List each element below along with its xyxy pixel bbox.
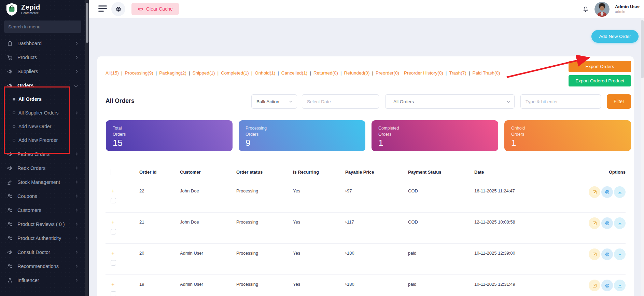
page-scrollbar-thumb[interactable] [641,20,644,78]
printer-icon [605,252,610,257]
order-id-link[interactable]: 22 [139,181,180,193]
sidebar-item-coupons[interactable]: Coupons [0,189,85,203]
print-order-button[interactable] [601,186,613,198]
customer-cell: Admin User [180,244,236,256]
megaphone-icon [7,165,13,171]
order-status-tabs: All(15)|Processing(9)|Packaging(2)|Shipp… [106,70,500,76]
sidebar-item-recommendations[interactable]: Recommendations [0,259,85,273]
tab-refunded[interactable]: Refunded(0) [344,70,369,76]
download-icon [617,252,622,257]
tab-shipped[interactable]: Shipped(1) [192,70,215,76]
order-status-cell: Processing [236,213,293,225]
print-order-button[interactable] [601,280,613,291]
sidebar-item-orders[interactable]: Orders [0,78,85,92]
tab-completed[interactable]: Completed(1) [221,70,249,76]
sidebar-scrollbar-thumb[interactable] [86,3,88,43]
chevron-right-icon [74,237,78,240]
download-invoice-button[interactable] [614,280,626,291]
tab-all[interactable]: All(15) [106,70,119,76]
download-invoice-button[interactable] [614,248,626,260]
row-expand-button[interactable]: + [111,188,114,194]
chevron-right-icon [74,180,78,184]
select-all-checkbox[interactable] [111,169,111,175]
user-avatar[interactable] [594,2,610,17]
megaphone-icon [7,68,13,75]
sidebar-subitem-all-supplier-orders[interactable]: All Supplier Orders [0,106,85,120]
table-row: + 22 John Doe Processing Yes ৳97 COD 16-… [106,181,626,213]
row-checkbox[interactable] [111,198,116,203]
sidebar-item-product-authenticity[interactable]: Product Authenticity [0,231,85,245]
tab-returned[interactable]: Returned(0) [313,70,338,76]
sidebar-item-label: Orders [17,83,34,88]
sidebar-item-suppliers[interactable]: Suppliers [0,64,85,78]
row-checkbox[interactable] [111,260,116,266]
printer-icon [605,283,610,288]
orders-filter-select[interactable]: --All Orders-- [385,94,515,109]
sidebar-subitem-add-new-preorder[interactable]: Add New Preorder [0,133,85,147]
order-id-link[interactable]: 21 [139,213,180,225]
order-id-link[interactable]: 20 [139,244,180,256]
download-invoice-button[interactable] [614,217,626,229]
hamburger-menu-icon[interactable] [98,5,107,12]
language-globe-button[interactable] [111,2,125,16]
tab-packaging[interactable]: Packaging(2) [159,70,186,76]
row-checkbox[interactable] [111,291,116,296]
sidebar-item-stock-management[interactable]: Stock Management [0,175,85,189]
row-expand-button[interactable]: + [111,219,114,225]
select-date-input[interactable] [302,95,379,108]
sidebar-item-label: Customers [17,207,41,213]
sidebar-item-consult-doctor[interactable]: Consult Doctor [0,245,85,259]
page-scrollbar[interactable] [641,18,644,296]
sidebar-item-redx-orders[interactable]: Redx Orders [0,161,85,175]
edit-order-button[interactable] [589,248,600,260]
notifications-bell-icon[interactable] [582,5,589,13]
sidebar-subitem-all-orders[interactable]: All Orders [0,92,85,106]
row-checkbox[interactable] [111,229,116,234]
orders-card: All(15)|Processing(9)|Packaging(2)|Shipp… [97,56,634,296]
add-new-order-button[interactable]: Add New Order [591,30,639,43]
stat-card-total-orders: TotalOrders 15 [106,120,233,151]
download-invoice-button[interactable] [614,186,626,198]
export-ordered-product-button[interactable]: Export Ordered Product [569,75,631,86]
tab-trash[interactable]: Trash(7) [449,70,466,76]
sidebar-item-pathao-orders[interactable]: Pathao Orders [0,147,85,161]
edit-order-button[interactable] [589,217,600,229]
print-order-button[interactable] [601,248,613,260]
filter-button[interactable]: Filter [607,94,631,109]
edit-order-button[interactable] [589,280,600,291]
sidebar-item-influencer[interactable]: Influencer [0,273,85,287]
sidebar-item-label: Pathao Orders [17,151,50,157]
sidebar-subitem-add-new-order[interactable]: Add New Order [0,120,85,133]
home-icon [7,40,13,46]
table-search-input[interactable] [521,95,601,108]
sidebar-item-products[interactable]: Products [0,50,85,64]
clear-cache-button[interactable]: Clear Cache [131,3,179,15]
sidebar-scrollbar[interactable] [85,0,89,296]
tab-preorder-history[interactable]: Preorder History(0) [404,70,443,76]
payment-status-cell: paid [408,244,474,256]
sidebar-item-dashboard[interactable]: Dashboard [0,36,85,50]
tab-processing[interactable]: Processing(9) [125,70,153,76]
sidebar-item-customers[interactable]: Customers [0,203,85,217]
edit-order-button[interactable] [589,186,600,198]
print-order-button[interactable] [601,217,613,229]
bulk-action-dropdown[interactable]: Bulk Action [251,94,297,109]
select-date-field [302,94,379,109]
sidebar-item-product-reviews[interactable]: Product Reviews ( 0 ) [0,217,85,231]
tab-cancelled[interactable]: Cancelled(1) [281,70,308,76]
sidebar-item-label: Recommendations [17,264,59,269]
column-header-options: Options [560,167,626,175]
export-orders-button[interactable]: Export Orders [569,61,631,72]
tab-onhold[interactable]: Onhold(1) [255,70,275,76]
edit-icon [592,283,597,288]
user-icon [7,277,13,283]
order-id-link[interactable]: 19 [139,275,180,287]
row-expand-button[interactable]: + [111,251,114,256]
price-cell: ৳180 [345,244,408,256]
tab-preorder[interactable]: Preorder(0) [376,70,399,76]
menu-search-input[interactable] [4,21,81,33]
row-expand-button[interactable]: + [111,282,114,287]
brand-logo[interactable]: Zepid Ecommerce [0,0,85,18]
tab-paid-trash[interactable]: Paid Trash(0) [472,70,500,76]
brand-name: Zepid [21,4,40,11]
